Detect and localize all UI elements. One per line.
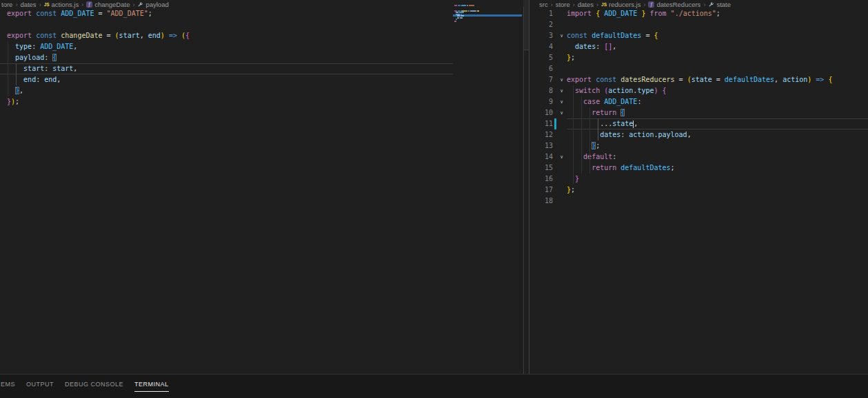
- code-text[interactable]: [567, 196, 868, 207]
- fold-chevron-icon[interactable]: [556, 41, 567, 52]
- panel-tab-terminal[interactable]: TERMINAL: [134, 381, 169, 392]
- line-number[interactable]: 12: [529, 129, 553, 140]
- minimap[interactable]: [453, 3, 522, 86]
- breadcrumb-item[interactable]: src: [539, 1, 548, 8]
- fold-chevron-icon[interactable]: [556, 63, 567, 74]
- code-line[interactable]: type: ADD_DATE,: [0, 41, 453, 52]
- code-line[interactable]: 16 }: [529, 174, 868, 185]
- code-text[interactable]: import { ADD_DATE } from "./actions";: [567, 8, 868, 19]
- line-number[interactable]: 11: [529, 118, 553, 129]
- line-number[interactable]: 1: [529, 8, 553, 19]
- breadcrumb-item[interactable]: state: [708, 1, 731, 8]
- editor-right-pane[interactable]: 1import { ADD_DATE } from "./actions";23…: [529, 8, 868, 207]
- fold-chevron-icon[interactable]: [556, 174, 567, 185]
- code-text[interactable]: return defaultDates;: [567, 163, 868, 174]
- breadcrumb-item[interactable]: ƒchangeDate: [86, 1, 130, 8]
- code-text[interactable]: [567, 19, 868, 30]
- code-line[interactable]: export const ADD_DATE = "ADD_DATE";: [0, 8, 453, 19]
- code-line[interactable]: 2: [529, 19, 868, 30]
- code-text[interactable]: export const datesReducers = (state = de…: [567, 74, 868, 85]
- fold-chevron-icon[interactable]: ∨: [556, 74, 567, 85]
- code-line[interactable]: 5};: [529, 52, 868, 63]
- code-line[interactable]: 6: [529, 63, 868, 74]
- code-line[interactable]: 13 };: [529, 140, 868, 151]
- code-line[interactable]: 15 return defaultDates;: [529, 163, 868, 174]
- line-number[interactable]: 15: [529, 163, 553, 174]
- line-number[interactable]: 10: [529, 107, 553, 118]
- fold-chevron-icon[interactable]: ∨: [556, 151, 567, 163]
- fold-chevron-icon[interactable]: [556, 52, 567, 63]
- line-number[interactable]: 7: [529, 74, 553, 85]
- code-text[interactable]: };: [567, 140, 868, 151]
- fold-chevron-icon[interactable]: [556, 140, 567, 151]
- breadcrumb-item[interactable]: tore: [1, 1, 12, 8]
- code-line[interactable]: });: [0, 96, 453, 107]
- code-line[interactable]: 4 dates: [],: [529, 41, 868, 52]
- code-line[interactable]: start: start,: [0, 63, 453, 74]
- code-text[interactable]: }: [567, 174, 868, 185]
- code-line[interactable]: 18: [529, 196, 868, 207]
- code-line[interactable]: 11 ...state,: [529, 118, 868, 129]
- fold-chevron-icon[interactable]: [556, 8, 567, 19]
- line-number[interactable]: 16: [529, 174, 553, 185]
- panel-tab-debug-console[interactable]: DEBUG CONSOLE: [65, 381, 123, 392]
- code-line[interactable]: 1import { ADD_DATE } from "./actions";: [529, 8, 868, 19]
- code-text[interactable]: };: [567, 185, 868, 196]
- code-text[interactable]: const defaultDates = {: [567, 30, 868, 41]
- breadcrumb-item[interactable]: dates: [20, 1, 36, 8]
- line-number[interactable]: 13: [529, 140, 553, 151]
- panel-tab-output[interactable]: OUTPUT: [26, 381, 54, 392]
- code-text[interactable]: dates: action.payload,: [567, 129, 868, 140]
- panel-tab-ems[interactable]: EMS: [1, 381, 15, 392]
- breadcrumb-item[interactable]: JSactions.js: [44, 1, 79, 8]
- fold-chevron-icon[interactable]: [556, 185, 567, 196]
- line-number[interactable]: 2: [529, 19, 553, 30]
- code-text[interactable]: return {: [567, 107, 868, 118]
- code-line[interactable]: export const changeDate = (start, end) =…: [0, 30, 453, 41]
- line-number[interactable]: 4: [529, 41, 553, 52]
- breadcrumb-item[interactable]: JSreducers.js: [601, 1, 640, 8]
- breadcrumb-item[interactable]: ƒdatesReducers: [648, 1, 700, 8]
- code-line[interactable]: end: end,: [0, 74, 453, 85]
- fold-chevron-icon[interactable]: [556, 196, 567, 207]
- code-text[interactable]: [567, 63, 868, 74]
- code-text[interactable]: ...state,: [567, 118, 868, 129]
- line-number[interactable]: 14: [529, 151, 553, 163]
- code-line[interactable]: 7∨export const datesReducers = (state = …: [529, 74, 868, 85]
- line-number[interactable]: 5: [529, 52, 553, 63]
- line-number[interactable]: 3: [529, 30, 553, 41]
- code-line[interactable]: 12 dates: action.payload,: [529, 129, 868, 140]
- fold-chevron-icon[interactable]: ∨: [556, 96, 567, 107]
- fold-chevron-icon[interactable]: ∨: [556, 30, 567, 41]
- code-text[interactable]: };: [567, 52, 868, 63]
- fold-chevron-icon[interactable]: [556, 129, 567, 140]
- code-line[interactable]: payload: {: [0, 52, 453, 63]
- code-line[interactable]: 17};: [529, 185, 868, 196]
- code-line[interactable]: },: [0, 85, 453, 96]
- code-text[interactable]: case ADD_DATE:: [567, 96, 868, 107]
- line-number[interactable]: 18: [529, 196, 553, 207]
- code-text[interactable]: dates: [],: [567, 41, 868, 52]
- breadcrumb-item[interactable]: payload: [137, 1, 168, 8]
- breadcrumb-item[interactable]: dates: [578, 1, 594, 8]
- code-line[interactable]: 3∨const defaultDates = {: [529, 30, 868, 41]
- line-number[interactable]: 9: [529, 96, 553, 107]
- fold-chevron-icon[interactable]: ∨: [556, 85, 567, 96]
- code-text[interactable]: switch (action.type) {: [567, 85, 868, 96]
- fold-chevron-icon[interactable]: [556, 118, 567, 129]
- code-line[interactable]: 10∨ return {: [529, 107, 868, 118]
- code-line[interactable]: 14∨ default:: [529, 151, 868, 163]
- editor-split-divider[interactable]: [529, 0, 529, 374]
- fold-chevron-icon[interactable]: ∨: [556, 107, 567, 118]
- code-line[interactable]: [0, 19, 453, 30]
- code-line[interactable]: 8∨ switch (action.type) {: [529, 85, 868, 96]
- code-text[interactable]: default:: [567, 151, 868, 163]
- line-number[interactable]: 17: [529, 185, 553, 196]
- line-number[interactable]: 8: [529, 85, 553, 96]
- fold-chevron-icon[interactable]: [556, 19, 567, 30]
- fold-chevron-icon[interactable]: [556, 163, 567, 174]
- editor-left-pane[interactable]: export const ADD_DATE = "ADD_DATE";expor…: [0, 8, 453, 107]
- code-line[interactable]: 9∨ case ADD_DATE:: [529, 96, 868, 107]
- breadcrumb-item[interactable]: store: [556, 1, 570, 8]
- line-number[interactable]: 6: [529, 63, 553, 74]
